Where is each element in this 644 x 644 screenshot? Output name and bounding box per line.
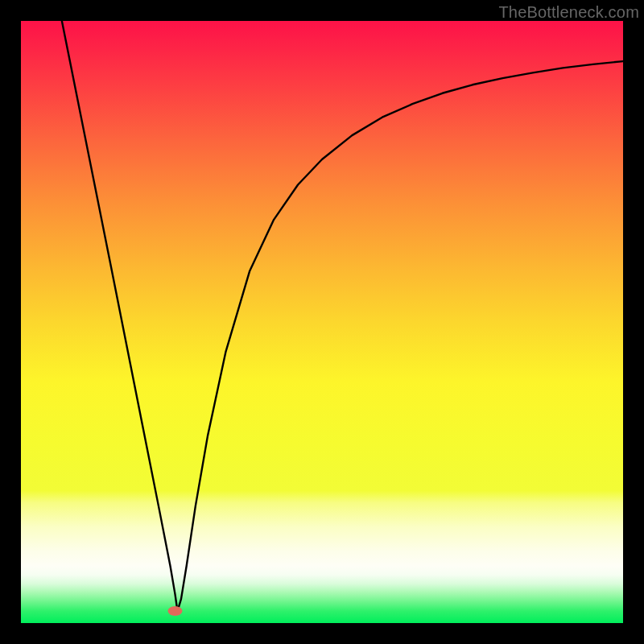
watermark-text: TheBottleneck.com — [498, 3, 639, 22]
chart-frame — [21, 21, 623, 623]
min-marker — [167, 606, 182, 616]
gradient-background — [21, 21, 623, 623]
chart-plot — [21, 21, 623, 623]
